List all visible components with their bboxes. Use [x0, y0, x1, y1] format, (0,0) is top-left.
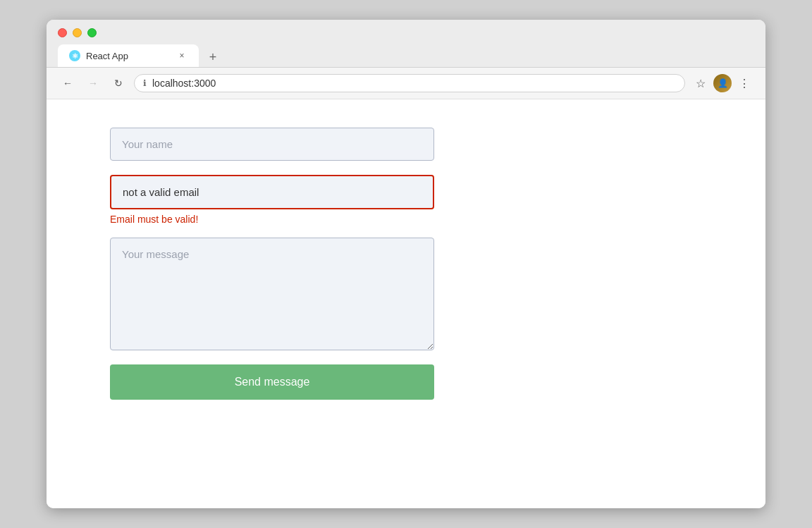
- new-tab-symbol: +: [209, 50, 217, 65]
- forward-icon: →: [88, 78, 98, 89]
- reload-icon: ↻: [114, 78, 123, 89]
- browser-window: ⚛ React App × + ← → ↻ ℹ localhost:3000: [47, 20, 765, 508]
- email-input[interactable]: [110, 175, 434, 209]
- nav-bar: ← → ↻ ℹ localhost:3000 ☆ 👤 ⋮: [47, 68, 765, 99]
- tab-close-symbol: ×: [179, 51, 184, 61]
- security-icon: ℹ: [143, 78, 147, 88]
- avatar[interactable]: 👤: [713, 74, 732, 92]
- url-display: localhost:3000: [152, 78, 676, 89]
- message-textarea[interactable]: [110, 238, 434, 350]
- name-input[interactable]: [110, 128, 434, 161]
- page-content: Email must be valid! Send message: [47, 99, 765, 508]
- back-button[interactable]: ←: [58, 73, 78, 93]
- tab-label: React App: [86, 51, 171, 61]
- forward-button[interactable]: →: [83, 73, 103, 93]
- tab-close-button[interactable]: ×: [176, 50, 187, 61]
- active-tab[interactable]: ⚛ React App ×: [58, 44, 199, 67]
- back-icon: ←: [63, 78, 73, 89]
- address-bar[interactable]: ℹ localhost:3000: [134, 74, 685, 92]
- minimize-window-button[interactable]: [73, 28, 82, 37]
- bookmark-button[interactable]: ☆: [691, 73, 710, 93]
- new-tab-button[interactable]: +: [203, 47, 223, 67]
- maximize-window-button[interactable]: [87, 28, 97, 37]
- tab-favicon-symbol: ⚛: [72, 52, 78, 60]
- window-controls: [58, 28, 754, 37]
- more-options-button[interactable]: ⋮: [734, 73, 754, 93]
- nav-actions: ☆ 👤 ⋮: [691, 73, 754, 93]
- tab-bar: ⚛ React App × +: [58, 44, 754, 67]
- email-error-message: Email must be valid!: [110, 214, 434, 225]
- more-options-icon: ⋮: [739, 77, 750, 90]
- submit-button[interactable]: Send message: [110, 364, 434, 400]
- contact-form: Email must be valid! Send message: [110, 128, 434, 400]
- tab-favicon: ⚛: [69, 50, 80, 61]
- close-window-button[interactable]: [58, 28, 67, 37]
- bookmark-icon: ☆: [696, 77, 706, 90]
- browser-titlebar: ⚛ React App × +: [47, 20, 765, 68]
- avatar-image: 👤: [718, 78, 728, 88]
- reload-button[interactable]: ↻: [109, 73, 128, 93]
